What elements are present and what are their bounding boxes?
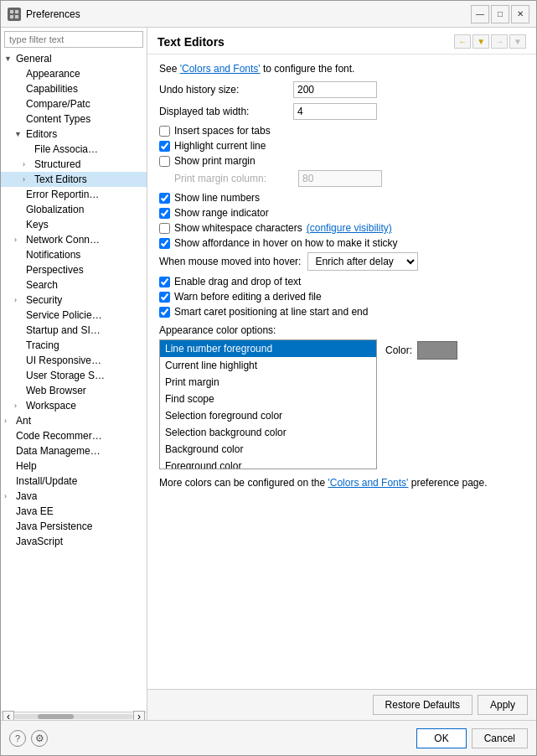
sidebar-item-notifications[interactable]: Notifications xyxy=(1,247,147,262)
filter-input[interactable] xyxy=(4,31,143,48)
sidebar-item-label: Notifications xyxy=(26,249,80,261)
insert-spaces-checkbox[interactable] xyxy=(159,126,170,137)
color-list[interactable]: Line number foreground Current line high… xyxy=(159,339,377,469)
main-content: ▼ General Appearance Capabilities Compar… xyxy=(1,28,536,720)
back-dropdown-button[interactable]: ▼ xyxy=(472,34,489,49)
window-footer: ? ⚙ OK Cancel xyxy=(1,720,536,755)
sidebar-item-help[interactable]: Help xyxy=(1,458,147,474)
restore-defaults-button[interactable]: Restore Defaults xyxy=(373,695,472,715)
color-list-item-selection-fg[interactable]: Selection foreground color xyxy=(160,407,376,424)
window-controls: — □ ✕ xyxy=(471,5,529,23)
colors-fonts-link[interactable]: 'Colors and Fonts' xyxy=(180,63,261,75)
sidebar-item-text-editors[interactable]: › Text Editors xyxy=(1,172,147,187)
sidebar-item-label: Error Reportin… xyxy=(26,189,99,200)
sidebar-item-label: Content Types xyxy=(26,113,90,125)
sidebar-item-workspace[interactable]: › Workspace xyxy=(1,398,147,413)
sidebar-item-web-browser[interactable]: Web Browser xyxy=(1,383,147,398)
forward-dropdown-button[interactable]: ▼ xyxy=(509,34,526,49)
title-bar-left: Preferences xyxy=(8,8,80,21)
sidebar-item-globalization[interactable]: Globalization xyxy=(1,202,147,217)
sidebar-item-appearance[interactable]: Appearance xyxy=(1,66,147,81)
sidebar-item-tracing[interactable]: Tracing xyxy=(1,338,147,353)
sidebar-item-javascript[interactable]: JavaScript xyxy=(1,534,147,549)
sidebar-item-structured[interactable]: › Structured xyxy=(1,157,147,172)
sidebar-item-service-policies[interactable]: Service Policie… xyxy=(1,308,147,323)
color-swatch[interactable] xyxy=(417,341,457,360)
undo-label: Undo history size: xyxy=(159,84,293,96)
warn-editing-checkbox[interactable] xyxy=(159,292,170,303)
sidebar-item-ant[interactable]: › Ant xyxy=(1,413,147,428)
maximize-button[interactable]: □ xyxy=(491,5,509,23)
window-icon xyxy=(8,8,21,21)
print-margin-column-input[interactable] xyxy=(298,170,382,187)
back-button[interactable]: ← xyxy=(454,34,471,49)
configure-visibility-link[interactable]: (configure visibility) xyxy=(307,222,392,234)
color-list-item-foreground[interactable]: Foreground color xyxy=(160,458,376,469)
sidebar-item-label: Text Editors xyxy=(34,173,87,185)
enable-drag-drop-checkbox[interactable] xyxy=(159,277,170,287)
sidebar-item-file-assoc[interactable]: File Associa… xyxy=(1,142,147,157)
apply-button[interactable]: Apply xyxy=(478,695,528,715)
sidebar-item-user-storage[interactable]: User Storage S… xyxy=(1,368,147,383)
sidebar-item-search[interactable]: Search xyxy=(1,277,147,293)
scroll-right-button[interactable]: › xyxy=(133,711,145,721)
more-colors-link[interactable]: 'Colors and Fonts' xyxy=(328,477,408,489)
scrollbar-thumb[interactable] xyxy=(38,714,74,719)
sidebar-item-content-types[interactable]: Content Types xyxy=(1,111,147,127)
sidebar-horizontal-scrollbar[interactable]: ‹ › xyxy=(1,712,147,720)
sidebar-item-editors[interactable]: ▼ Editors xyxy=(1,127,147,142)
color-list-item-line-number-fg[interactable]: Line number foreground xyxy=(160,340,376,357)
hover-select[interactable]: Enrich after delay Enrich immediately Ne… xyxy=(307,252,418,271)
description-prefix: See xyxy=(159,63,180,75)
minimize-button[interactable]: — xyxy=(471,5,489,23)
sidebar-item-install-update[interactable]: Install/Update xyxy=(1,474,147,489)
highlight-current-checkbox[interactable] xyxy=(159,141,170,152)
show-print-margin-checkbox[interactable] xyxy=(159,156,170,167)
show-range-indicator-checkbox[interactable] xyxy=(159,208,170,219)
ok-button[interactable]: OK xyxy=(416,728,466,748)
sidebar-item-network-conn[interactable]: › Network Conn… xyxy=(1,232,147,247)
cancel-button[interactable]: Cancel xyxy=(472,728,528,748)
sidebar-item-label: Appearance xyxy=(26,68,80,80)
sidebar-item-keys[interactable]: Keys xyxy=(1,217,147,232)
scroll-left-button[interactable]: ‹ xyxy=(3,711,14,721)
forward-button[interactable]: → xyxy=(491,34,508,49)
appearance-label: Appearance color options: xyxy=(159,324,524,336)
color-list-item-current-line[interactable]: Current line highlight xyxy=(160,357,376,374)
sidebar-item-java-persistence[interactable]: Java Persistence xyxy=(1,519,147,534)
more-colors-prefix: More colors can be configured on the xyxy=(159,477,328,489)
show-affordance-checkbox[interactable] xyxy=(159,238,170,249)
sidebar-item-data-management[interactable]: Data Manageme… xyxy=(1,443,147,458)
sidebar-item-ui-responsive[interactable]: UI Responsive… xyxy=(1,353,147,368)
sidebar-item-java-ee[interactable]: Java EE xyxy=(1,504,147,519)
sidebar-item-capabilities[interactable]: Capabilities xyxy=(1,81,147,96)
sidebar-item-compare[interactable]: Compare/Patc xyxy=(1,96,147,111)
show-line-numbers-checkbox[interactable] xyxy=(159,193,170,204)
help-icon[interactable]: ? xyxy=(9,730,26,747)
sidebar-item-security[interactable]: › Security xyxy=(1,293,147,308)
show-affordance-label: Show affordance in hover on how to make … xyxy=(174,237,398,249)
sidebar-item-general[interactable]: ▼ General xyxy=(1,51,147,66)
sidebar-item-label: Help xyxy=(16,460,37,472)
show-range-indicator-row: Show range indicator xyxy=(159,207,524,219)
sidebar: ▼ General Appearance Capabilities Compar… xyxy=(1,28,147,720)
preferences-icon[interactable]: ⚙ xyxy=(31,730,48,747)
smart-caret-checkbox[interactable] xyxy=(159,307,170,318)
color-list-item-find-scope[interactable]: Find scope xyxy=(160,391,376,407)
show-whitespace-checkbox[interactable] xyxy=(159,223,170,234)
color-list-item-background[interactable]: Background color xyxy=(160,441,376,458)
color-list-item-print-margin[interactable]: Print margin xyxy=(160,374,376,391)
print-margin-column-row: Print margin column: xyxy=(174,170,524,187)
color-list-item-selection-bg[interactable]: Selection background color xyxy=(160,424,376,441)
undo-input[interactable] xyxy=(293,81,377,98)
sidebar-item-startup[interactable]: Startup and SI… xyxy=(1,323,147,338)
scrollbar-track[interactable] xyxy=(14,714,133,719)
tab-width-input[interactable] xyxy=(293,103,377,120)
sidebar-item-java[interactable]: › Java xyxy=(1,489,147,504)
close-button[interactable]: ✕ xyxy=(511,5,529,23)
hover-row: When mouse moved into hover: Enrich afte… xyxy=(159,252,524,271)
color-label: Color: xyxy=(385,344,412,356)
sidebar-item-perspectives[interactable]: Perspectives xyxy=(1,262,147,277)
sidebar-item-error-reporting[interactable]: Error Reportin… xyxy=(1,187,147,202)
sidebar-item-code-recommender[interactable]: Code Recommer… xyxy=(1,428,147,443)
